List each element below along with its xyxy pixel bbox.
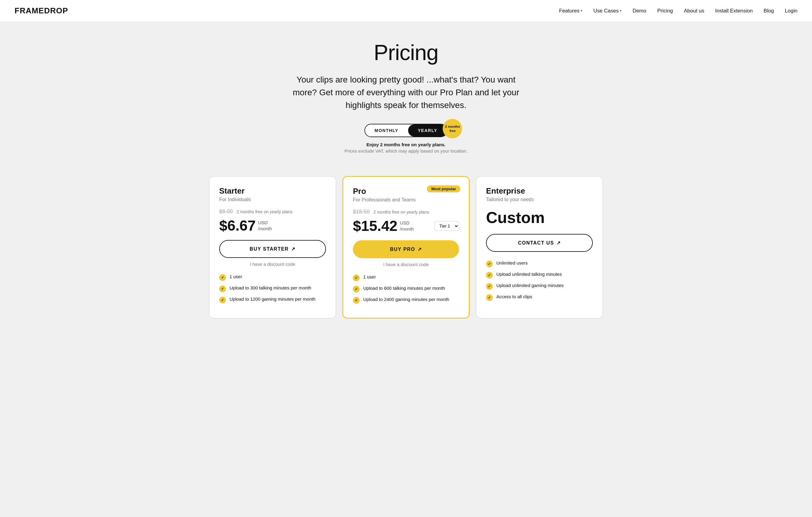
nav-item-pricing[interactable]: Pricing [657,8,673,14]
chevron-down-icon: ▾ [581,9,582,13]
check-icon [486,272,493,278]
enterprise-plan-name: Enterprise [486,186,593,196]
pro-price-unit: USD /month [400,220,414,232]
hero-subtitle: Your clips are looking pretty good! ...w… [291,74,521,112]
starter-plan-card: Starter For Individuals $8.00 2 months f… [209,176,336,319]
enterprise-plan-card: Enterprise Tailored to your needs Custom… [476,176,603,319]
nav-item-about[interactable]: About us [684,8,704,14]
nav-item-login[interactable]: Login [785,8,798,14]
pro-months-free-label: 2 months free on yearly plans [374,210,429,215]
buy-pro-button[interactable]: BUY PRO ↗ [353,240,459,258]
pro-plan-description: For Professionals and Teams [353,197,459,203]
yearly-toggle-button[interactable]: YEARLY [408,125,447,137]
starter-original-price-row: $8.00 2 months free on yearly plans [219,209,326,215]
enterprise-feature-3: Upload unlimited gaming minutes [486,283,593,290]
tier-select[interactable]: Tier 1 Tier 2 Tier 3 [434,221,459,231]
pro-original-price-row: $18.50 2 months free on yearly plans [353,209,459,215]
billing-toggle-wrap: MONTHLY YEARLY 2 months free Enjoy 2 mon… [6,124,806,154]
enterprise-price-label: Custom [486,209,593,227]
pro-price: $15.42 [353,218,398,234]
pro-feature-1: 1 user [353,274,459,281]
hero-section: Pricing Your clips are looking pretty go… [0,22,812,173]
two-months-free-badge: 2 months free [443,119,462,138]
starter-plan-name: Starter [219,186,326,196]
starter-features-list: 1 user Upload to 300 talking minutes per… [219,274,326,303]
enterprise-feature-1: Unlimited users [486,260,593,267]
check-icon [486,294,493,301]
vat-note: Prices exclude VAT, which may apply base… [344,148,467,154]
starter-price-row: $6.67 USD /month [219,217,326,234]
logo[interactable]: FRAMEDROP [14,6,68,16]
check-icon [486,261,493,267]
pro-original-price: $18.50 [353,209,370,215]
enterprise-feature-4: Access to all clips [486,294,593,301]
starter-discount-link[interactable]: I have a discount code [219,262,326,267]
nav-item-use-cases[interactable]: Use Cases ▾ [593,8,621,14]
monthly-toggle-button[interactable]: MONTHLY [365,125,408,137]
starter-feature-1: 1 user [219,274,326,281]
check-icon [353,286,359,293]
pro-discount-link[interactable]: I have a discount code [353,262,459,267]
enterprise-plan-description: Tailored to your needs [486,197,593,202]
check-icon [219,285,226,292]
pro-plan-card: Most popular Pro For Professionals and T… [342,176,470,319]
pro-feature-3: Upload to 2400 gaming minutes per month [353,297,459,304]
enterprise-features-list: Unlimited users Upload unlimited talking… [486,260,593,301]
check-icon [219,274,226,281]
nav-item-demo[interactable]: Demo [633,8,646,14]
arrow-icon: ↗ [417,246,422,252]
starter-price-unit: USD /month [258,220,272,232]
contact-us-button[interactable]: CONTACT US ↗ [486,234,593,252]
check-icon [353,275,359,281]
enterprise-feature-2: Upload unlimited talking minutes [486,272,593,278]
page-title: Pricing [6,40,806,65]
pricing-section: Starter For Individuals $8.00 2 months f… [0,173,812,337]
billing-toggle: MONTHLY YEARLY 2 months free [365,124,448,137]
starter-original-price: $8.00 [219,209,233,215]
starter-feature-2: Upload to 300 talking minutes per month [219,285,326,292]
most-popular-badge: Most popular [427,185,460,192]
main-nav: Features ▾ Use Cases ▾ Demo Pricing Abou… [559,8,798,14]
pricing-grid: Starter For Individuals $8.00 2 months f… [209,176,603,319]
arrow-icon: ↗ [291,246,296,252]
check-icon [219,297,226,303]
check-icon [486,283,493,290]
nav-item-blog[interactable]: Blog [763,8,774,14]
arrow-icon: ↗ [556,240,561,246]
starter-months-free-label: 2 months free on yearly plans [237,209,293,214]
chevron-down-icon: ▾ [620,9,621,13]
nav-item-install[interactable]: Install Extension [715,8,753,14]
pro-features-list: 1 user Upload to 600 talking minutes per… [353,274,459,304]
starter-plan-description: For Individuals [219,197,326,202]
starter-price: $6.67 [219,217,256,234]
pro-feature-2: Upload to 600 talking minutes per month [353,285,459,293]
pro-price-row: $15.42 USD /month Tier 1 Tier 2 Tier 3 [353,218,459,234]
billing-note: Enjoy 2 months free on yearly plans. [367,142,446,147]
starter-feature-3: Upload to 1200 gaming minutes per month [219,296,326,303]
header: FRAMEDROP Features ▾ Use Cases ▾ Demo Pr… [0,0,812,22]
nav-item-features[interactable]: Features ▾ [559,8,582,14]
buy-starter-button[interactable]: BUY STARTER ↗ [219,240,326,258]
check-icon [353,297,359,304]
